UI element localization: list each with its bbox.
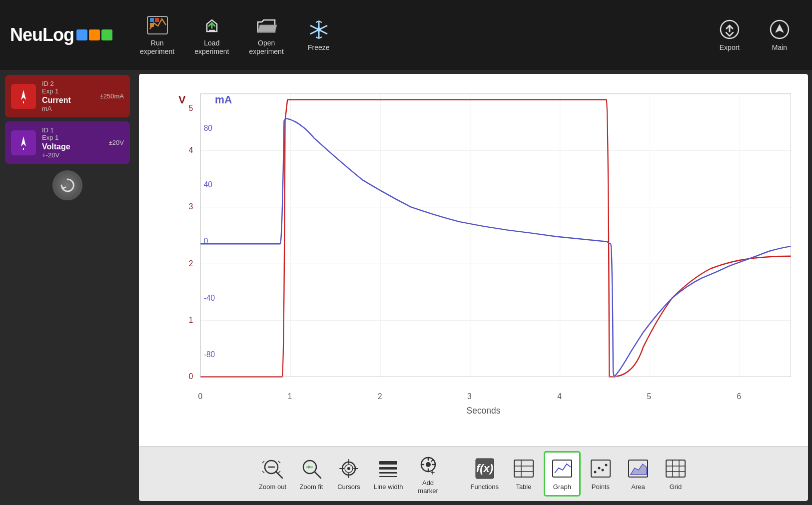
export-label: Export xyxy=(720,43,740,52)
svg-rect-56 xyxy=(379,467,397,470)
area-label: Area xyxy=(631,483,645,491)
svg-text:5: 5 xyxy=(189,104,193,112)
add-marker-label: Addmarker xyxy=(418,479,438,495)
current-sensor-id: ID 2 xyxy=(42,80,71,87)
area-button[interactable]: Area xyxy=(621,453,656,495)
svg-rect-73 xyxy=(553,460,572,477)
add-marker-button[interactable]: + Addmarker xyxy=(411,449,446,499)
export-icon xyxy=(717,18,742,41)
svg-rect-20 xyxy=(200,94,791,377)
open-experiment-button[interactable]: Openexperiment xyxy=(242,10,291,60)
sidebar: ID 2 Exp 1 Current mA ±250mA ID 1 Exp 1 … xyxy=(0,70,135,505)
svg-text:80: 80 xyxy=(204,123,213,132)
line-width-button[interactable]: Line width xyxy=(369,453,408,495)
svg-text:4: 4 xyxy=(189,146,193,154)
svg-text:4: 4 xyxy=(557,392,562,401)
main-icon xyxy=(767,18,792,41)
y-left-label: V xyxy=(178,94,186,106)
svg-text:2: 2 xyxy=(189,259,193,267)
svg-text:2: 2 xyxy=(378,392,382,401)
voltage-sensor-card[interactable]: ID 1 Exp 1 Voltage +-20V ±20V xyxy=(5,121,130,164)
svg-point-50 xyxy=(347,467,350,470)
svg-text:3: 3 xyxy=(189,202,193,211)
svg-point-78 xyxy=(605,464,607,467)
current-sensor-range: mA xyxy=(42,105,71,112)
svg-point-12 xyxy=(317,27,321,31)
svg-text:0: 0 xyxy=(198,392,203,401)
current-sensor-card[interactable]: ID 2 Exp 1 Current mA ±250mA xyxy=(5,75,130,117)
svg-text:f(x): f(x) xyxy=(476,462,493,475)
graph-container: V mA 0 1 2 3 4 5 80 40 0 -40 -80 xyxy=(139,74,808,446)
toolbar: Zoom out Zoom fit xyxy=(139,446,808,501)
freeze-label: Freeze xyxy=(308,43,330,52)
run-experiment-icon xyxy=(145,14,170,36)
line-width-label: Line width xyxy=(374,483,403,491)
area-icon xyxy=(626,457,650,481)
zoom-fit-button[interactable]: Zoom fit xyxy=(294,453,329,495)
main-button[interactable]: Main xyxy=(757,14,802,56)
graph-button[interactable]: Graph xyxy=(544,451,581,497)
voltage-sensor-id: ID 1 xyxy=(42,126,70,134)
main-label: Main xyxy=(772,43,787,52)
svg-text:5: 5 xyxy=(647,392,651,401)
svg-rect-57 xyxy=(379,472,397,474)
table-label: Table xyxy=(516,483,531,491)
zoom-out-icon xyxy=(261,457,285,481)
logo-text: NeuLog xyxy=(10,24,74,45)
open-experiment-icon xyxy=(254,14,279,36)
logo-block-green xyxy=(101,29,112,40)
svg-text:-40: -40 xyxy=(204,293,215,302)
svg-text:1: 1 xyxy=(288,392,292,401)
points-button[interactable]: Points xyxy=(583,453,618,495)
svg-rect-69 xyxy=(514,460,533,477)
svg-text:1: 1 xyxy=(189,316,193,324)
svg-rect-58 xyxy=(379,476,397,477)
zoom-out-label: Zoom out xyxy=(259,483,286,491)
svg-text:6: 6 xyxy=(737,392,742,401)
svg-text:40: 40 xyxy=(204,180,213,189)
svg-point-60 xyxy=(426,462,431,467)
voltage-sensor-maxrange: ±20V xyxy=(109,139,124,146)
svg-text:3: 3 xyxy=(467,392,472,401)
grid-button[interactable]: Grid xyxy=(658,453,693,495)
current-sensor-exp: Exp 1 xyxy=(42,87,71,95)
logo: NeuLog xyxy=(10,24,112,45)
zoom-out-button[interactable]: Zoom out xyxy=(254,453,291,495)
current-sensor-maxrange: ±250mA xyxy=(100,92,124,100)
voltage-sensor-info: ID 1 Exp 1 Voltage +-20V xyxy=(42,126,70,159)
graph-icon xyxy=(550,457,574,481)
table-button[interactable]: Table xyxy=(506,453,541,495)
open-experiment-label: Openexperiment xyxy=(249,39,284,56)
run-experiment-button[interactable]: Runexperiment xyxy=(132,10,182,60)
main-layout: ID 2 Exp 1 Current mA ±250mA ID 1 Exp 1 … xyxy=(0,70,812,505)
header: NeuLog Runexperiment xyxy=(0,0,812,70)
svg-text:+: + xyxy=(431,469,435,476)
refresh-button[interactable] xyxy=(52,170,82,200)
points-label: Points xyxy=(592,483,610,491)
logo-block-blue xyxy=(76,29,87,40)
add-marker-icon: + xyxy=(416,453,440,477)
svg-line-65 xyxy=(431,460,433,462)
y-right-label: mA xyxy=(215,94,232,106)
grid-label: Grid xyxy=(670,483,682,491)
cursors-button[interactable]: Cursors xyxy=(331,453,366,495)
freeze-button[interactable]: Freeze xyxy=(296,14,341,56)
svg-point-76 xyxy=(598,467,600,470)
functions-button[interactable]: f(x) Functions xyxy=(466,453,504,495)
line-width-icon xyxy=(376,457,400,481)
svg-marker-15 xyxy=(21,90,26,100)
export-button[interactable]: Export xyxy=(707,14,752,56)
voltage-sensor-exp: Exp 1 xyxy=(42,134,70,141)
x-axis-label: Seconds xyxy=(467,406,501,416)
current-sensor-name: Current xyxy=(42,96,71,105)
run-experiment-label: Runexperiment xyxy=(140,39,174,56)
cursors-icon xyxy=(337,457,361,481)
graph-area: V mA 0 1 2 3 4 5 80 40 0 -40 -80 xyxy=(139,74,808,501)
svg-rect-80 xyxy=(666,460,685,477)
cursors-label: Cursors xyxy=(337,483,360,491)
graph-svg: V mA 0 1 2 3 4 5 80 40 0 -40 -80 xyxy=(169,81,798,421)
points-icon xyxy=(589,457,613,481)
voltage-sensor-range: +-20V xyxy=(42,151,70,159)
load-experiment-label: Loadexperiment xyxy=(194,39,229,56)
load-experiment-button[interactable]: Loadexperiment xyxy=(187,10,236,60)
